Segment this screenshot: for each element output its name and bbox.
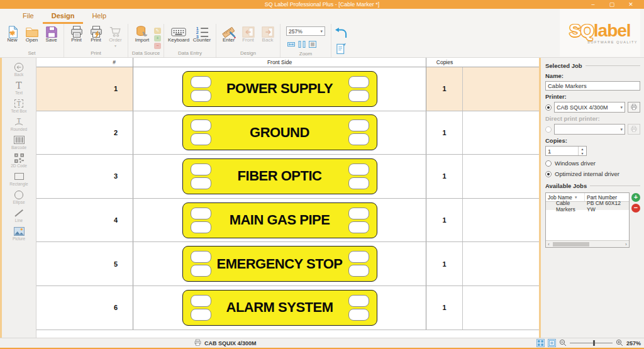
table-row-5[interactable]: 5 EMERGENCY STOP 1: [36, 242, 539, 286]
grid-view-icon[interactable]: [536, 339, 545, 347]
optimized-driver-radio[interactable]: [545, 171, 552, 177]
tool-picture[interactable]: Picture: [2, 224, 36, 243]
import-button[interactable]: Import: [131, 25, 153, 43]
keyboard-button[interactable]: Keyboard: [167, 25, 191, 43]
windows-driver-option[interactable]: Windows driver: [545, 160, 640, 167]
copies-stepper[interactable]: 1 ▲ ▼: [545, 146, 587, 156]
marker-text: EMERGENCY STOP: [216, 256, 342, 272]
printer-radio[interactable]: [545, 104, 552, 111]
punch-hole: [348, 251, 369, 263]
add-record-icon[interactable]: +: [154, 35, 161, 42]
enter-design-button[interactable]: Enter: [219, 25, 238, 43]
tool-ellipse[interactable]: Ellipse: [2, 188, 36, 206]
table-row-4[interactable]: 4 MAIN GAS PIPE 1: [36, 199, 539, 243]
fit-width-icon[interactable]: [287, 39, 295, 50]
part-number-cell: PB CM 60X12 YW: [585, 202, 629, 210]
fit-page-icon[interactable]: [309, 39, 316, 50]
scroll-left-icon[interactable]: ‹: [546, 242, 552, 247]
tool-text[interactable]: T Text: [2, 79, 36, 97]
scroll-right-icon[interactable]: ›: [623, 242, 629, 247]
table-row-1[interactable]: 1 POWER SUPPLY 1: [36, 67, 539, 111]
tab-file[interactable]: File: [14, 9, 43, 24]
ribbon-group-datasource: Import ✎ + − Data Source: [128, 24, 164, 57]
single-view-icon[interactable]: [548, 339, 556, 347]
row-number: 3: [36, 155, 133, 198]
direct-printer-radio[interactable]: [545, 126, 552, 133]
front-side-button[interactable]: Front: [238, 25, 258, 43]
save-button[interactable]: Save: [42, 25, 61, 43]
windows-driver-radio[interactable]: [545, 160, 552, 167]
minimize-button[interactable]: –: [584, 0, 602, 9]
tool-line[interactable]: Line: [2, 206, 36, 224]
copies-label: Copies:: [545, 137, 640, 144]
open-button[interactable]: Open: [22, 25, 42, 43]
save-floppy-icon: [45, 27, 58, 36]
row-number: 6: [36, 286, 133, 330]
zoom-out-icon[interactable]: [559, 338, 567, 349]
printer-settings-button[interactable]: [628, 102, 640, 113]
datasource-mini-buttons: ✎ + −: [154, 25, 161, 49]
job-name-cell: Cable Markers: [546, 202, 585, 210]
direct-printer-settings-button[interactable]: [628, 124, 640, 135]
spin-up-icon[interactable]: ▲: [579, 147, 586, 151]
row-copies: 1: [426, 67, 463, 111]
punch-hole: [191, 133, 211, 145]
sort-descending-icon: ▼: [574, 196, 578, 199]
tab-help[interactable]: Help: [83, 9, 115, 24]
close-button[interactable]: ✕: [621, 0, 640, 9]
jobs-horizontal-scrollbar[interactable]: ‹ ›: [546, 240, 629, 247]
tab-design[interactable]: Design: [43, 9, 84, 24]
order-button[interactable]: Order ▾: [106, 25, 125, 48]
table-row-3[interactable]: 3 FIBER OPTIC 1: [36, 155, 539, 199]
table-row-2[interactable]: 2 GROUND 1: [36, 111, 539, 155]
quick-print-button[interactable]: Print: [86, 25, 106, 43]
punch-hole: [191, 119, 211, 131]
zoom-slider[interactable]: [570, 340, 613, 346]
maximize-button[interactable]: ▢: [602, 0, 621, 9]
undo-icon[interactable]: [334, 27, 348, 41]
new-button[interactable]: New: [3, 25, 22, 43]
cable-marker-label[interactable]: EMERGENCY STOP: [182, 246, 377, 282]
add-job-button[interactable]: +: [631, 193, 640, 202]
chevron-down-icon: ▾: [320, 29, 323, 34]
remove-job-button[interactable]: −: [631, 204, 640, 213]
cable-marker-label[interactable]: ALARM SYSTEM: [182, 290, 377, 326]
table-row-6[interactable]: 6 ALARM SYSTEM 1: [36, 286, 539, 330]
counter-button[interactable]: 123 Counter: [191, 25, 213, 43]
cable-marker-label[interactable]: FIBER OPTIC: [182, 158, 377, 194]
fit-height-icon[interactable]: [298, 39, 306, 50]
name-label: Name:: [545, 72, 640, 79]
report-document-icon[interactable]: [336, 42, 347, 57]
tool-rounded-text[interactable]: T Rounded: [2, 115, 36, 133]
zoom-slider-handle[interactable]: [593, 340, 595, 346]
tool-textbox[interactable]: T Text Box: [2, 97, 36, 115]
optimized-driver-option[interactable]: Optimized internal driver: [545, 170, 640, 177]
spin-down-icon[interactable]: ▼: [579, 151, 586, 155]
status-printer: CAB SQUIX 4/300M: [194, 339, 257, 348]
cable-marker-label[interactable]: POWER SUPPLY: [182, 71, 377, 107]
direct-printer-label: Direct print printer:: [545, 115, 640, 122]
tool-back[interactable]: Back: [2, 60, 36, 79]
available-jobs-table[interactable]: Job Name ▼ Part Number Cable Markers PB …: [545, 192, 630, 248]
scrollbar-thumb[interactable]: [553, 242, 589, 247]
job-name-input[interactable]: Cable Markers: [545, 81, 640, 91]
zoom-in-icon[interactable]: [616, 338, 623, 349]
ruler-pencil-icon: [222, 27, 236, 36]
tool-barcode[interactable]: Barcode: [2, 133, 36, 152]
cable-marker-label[interactable]: GROUND: [182, 114, 377, 150]
group-label-design: Design: [219, 50, 277, 57]
remove-record-icon[interactable]: −: [154, 43, 161, 49]
back-side-button[interactable]: Back: [258, 25, 277, 43]
printer-dropdown[interactable]: CAB SQUIX 4/300M ▾: [554, 102, 625, 113]
zoom-level-dropdown[interactable]: 257% ▾: [286, 26, 325, 36]
jobs-table-row[interactable]: Cable Markers PB CM 60X12 YW: [546, 202, 629, 210]
row-number: 1: [36, 67, 133, 111]
tool-2dcode[interactable]: 2D Code: [2, 152, 36, 170]
printer-flash-icon: [89, 27, 103, 36]
tool-rectangle[interactable]: Rectangle: [2, 170, 36, 188]
print-button[interactable]: Print: [67, 25, 86, 43]
cable-marker-label[interactable]: MAIN GAS PIPE: [182, 202, 377, 238]
edit-data-icon[interactable]: ✎: [154, 28, 161, 34]
direct-printer-dropdown[interactable]: ▾: [554, 124, 625, 135]
marker-text: FIBER OPTIC: [238, 168, 322, 184]
